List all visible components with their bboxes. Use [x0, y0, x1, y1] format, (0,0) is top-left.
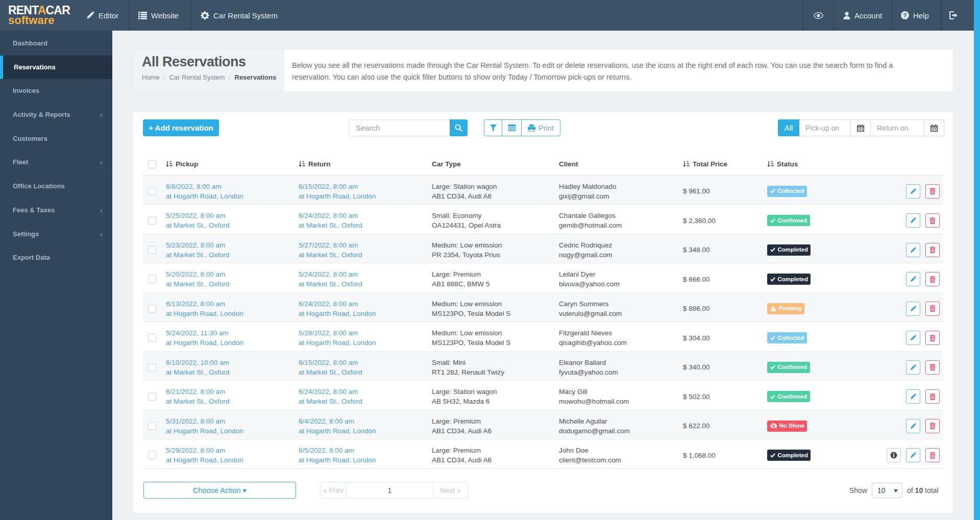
svg-text:?: ? — [903, 12, 906, 18]
